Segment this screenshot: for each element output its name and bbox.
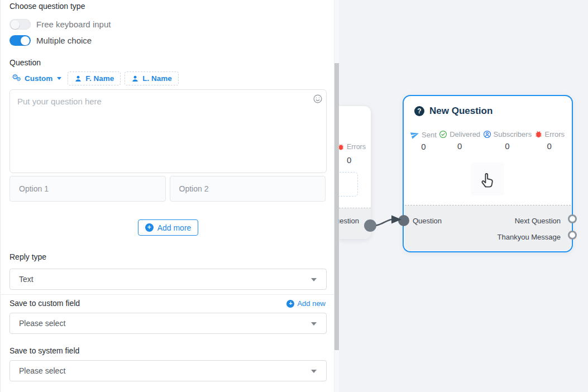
output-port-label-thankyou-message: Thankyou Message [498,233,561,241]
emoji-picker-icon[interactable] [313,94,323,104]
node-footer [404,205,571,251]
system-field-value: Please select [19,366,65,375]
chevron-down-icon [311,322,317,326]
stat-sent: Sent 0 [410,130,437,151]
last-name-tag-button[interactable]: L. Name [125,71,179,85]
stat-delivered: Delivered 0 [439,130,480,151]
first-name-tag-button[interactable]: F. Name [68,71,121,85]
system-field-select[interactable]: Please select [9,360,327,381]
bug-icon [339,144,345,151]
options-row [9,176,326,202]
check-circle-icon [439,130,447,138]
cursor-highlight [471,162,504,195]
save-custom-field-label: Save to custom field [9,299,80,308]
stat-subscribers-value: 0 [505,141,509,151]
person-icon [131,75,139,83]
bug-icon [534,130,543,138]
first-name-tag-label: F. Name [85,74,114,83]
chevron-down-icon [311,370,317,373]
add-more-label: Add more [157,223,192,232]
plus-circle-icon [145,223,154,232]
question-mark-icon: ? [414,106,424,116]
output-port-next-question[interactable] [568,214,577,223]
node-title: New Question [429,106,493,117]
add-more-wrap: Add more [9,219,327,236]
chevron-down-icon [311,278,317,281]
free-keyboard-toggle[interactable] [9,19,31,30]
reply-type-label: Reply type [9,252,46,261]
save-system-field-label: Save to system field [9,346,79,355]
stat-errors-value: 0 [547,141,552,151]
hidden-node-option-placeholder [339,172,358,197]
stat-sent-label: Sent [422,131,437,139]
hidden-node-errors-label: Errors [347,143,366,151]
custom-field-value: Please select [19,319,65,328]
section-divider [1,294,334,295]
stat-errors-label: Errors [545,130,565,138]
question-section-label: Question [9,58,41,67]
add-more-button[interactable]: Add more [138,219,199,236]
input-port-label: Question [413,217,442,225]
reply-type-select[interactable]: Text [9,269,327,290]
node-stats: Sent 0 Delivered 0 Subscribers 0 [404,130,572,151]
hidden-node-footer: uestion [339,208,371,239]
person-icon [74,75,82,83]
toggle-row-free-keyboard: Free keyboard input [9,19,111,30]
stat-errors: Errors 0 [534,130,565,151]
send-icon [409,129,420,140]
subscribers-icon [483,130,491,138]
multiple-choice-toggle-label: Multiple choice [36,36,92,45]
output-port-label-next-question: Next Question [515,217,561,225]
output-port-thankyou-message[interactable] [568,231,577,240]
toggle-row-multiple-choice: Multiple choice [9,35,92,46]
question-config-panel: Choose question type Free keyboard input… [0,0,334,392]
node-header[interactable]: ? New Question [404,96,572,117]
custom-fields-dropdown-button[interactable]: ⚙⚙ Custom [9,72,64,85]
stat-subscribers: Subscribers 0 [483,130,532,151]
stat-delivered-label: Delivered [450,130,480,138]
multiple-choice-toggle[interactable] [9,35,31,46]
last-name-tag-label: L. Name [142,74,172,83]
option-1-input[interactable] [9,176,166,202]
panel-scrollbar-thumb[interactable] [334,63,339,350]
hidden-node-port-label: uestion [339,217,359,225]
merge-tag-row: ⚙⚙ Custom F. Name L. Name [9,71,179,85]
hidden-flow-node[interactable]: Errors 0 uestion [339,106,371,239]
gears-icon: ⚙⚙ [12,74,21,83]
input-port-question[interactable] [398,215,409,226]
stat-subscribers-label: Subscribers [494,130,532,138]
custom-field-select[interactable]: Please select [9,313,327,334]
add-new-custom-field-link[interactable]: Add new [286,299,326,308]
question-text-input[interactable] [9,89,327,173]
choose-question-type-label: Choose question type [9,2,85,11]
add-new-label: Add new [297,299,326,308]
chevron-down-icon [57,77,61,80]
panel-scrollbar-track[interactable] [334,0,339,392]
reply-type-value: Text [19,275,34,284]
stat-delivered-value: 0 [457,141,462,151]
stat-sent-value: 0 [421,142,426,151]
option-2-input[interactable] [170,176,326,202]
hidden-node-errors-stat: Errors [339,143,366,151]
custom-button-label: Custom [25,74,52,83]
hand-cursor-icon [477,169,498,190]
free-keyboard-toggle-label: Free keyboard input [36,20,111,29]
plus-circle-icon [286,300,294,308]
hidden-node-errors-value: 0 [347,155,351,165]
